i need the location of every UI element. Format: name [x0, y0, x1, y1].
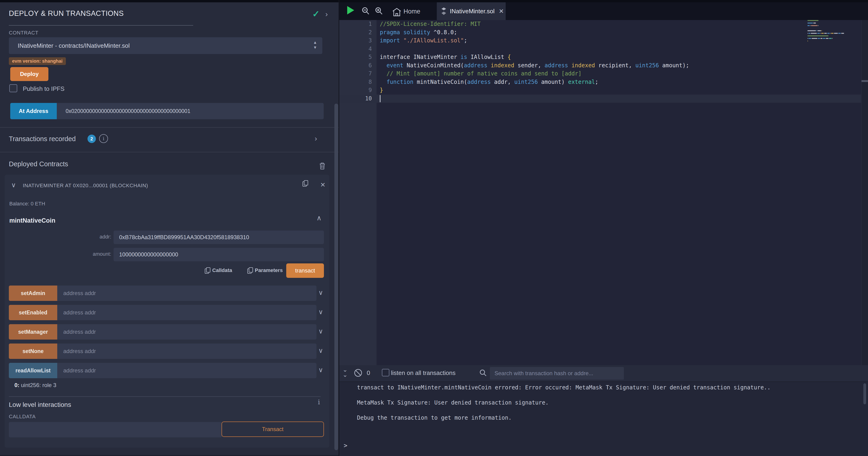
- terminal: ⌄⌄ 0 listen on all transactions transact…: [339, 365, 868, 456]
- setadmin-button[interactable]: setAdmin: [9, 286, 57, 301]
- contract-select[interactable]: INativeMinter - contracts/INativeMinter.…: [9, 37, 322, 54]
- readallowlist-input[interactable]: [57, 363, 316, 378]
- terminal-block-count: 0: [367, 369, 370, 377]
- home-tab-icon[interactable]: [392, 7, 402, 17]
- copy-icon: [205, 267, 210, 274]
- setnone-button[interactable]: setNone: [9, 343, 57, 359]
- copy-address-icon[interactable]: [303, 180, 308, 186]
- title-underline: [9, 25, 193, 26]
- expand-chevron-icon[interactable]: ∨: [318, 327, 323, 335]
- call-result-index: 0:: [14, 382, 19, 388]
- call-result: 0: uint256: role 3: [14, 382, 56, 389]
- instance-balance: Balance: 0 ETH: [9, 201, 45, 207]
- terminal-log-line: Debug the transaction to get more inform…: [357, 415, 512, 421]
- copy-icon: [247, 267, 252, 274]
- file-tab-inativeminter[interactable]: INativeMinter.sol ✕: [437, 2, 506, 20]
- editor-scrollbar-track[interactable]: [862, 20, 868, 365]
- top-strip: [0, 0, 868, 2]
- remix-ide-window: DEPLOY & RUN TRANSACTIONS ✓ › CONTRACT I…: [0, 0, 868, 456]
- current-line-highlight: [339, 94, 861, 103]
- tab-close-icon[interactable]: ✕: [499, 8, 504, 15]
- readallowlist-button[interactable]: readAllowList: [9, 363, 57, 378]
- divider: [9, 396, 321, 397]
- at-address-button[interactable]: At Address: [10, 103, 57, 119]
- function-row-setadmin: setAdmin ∨: [9, 286, 325, 301]
- zoom-in-icon[interactable]: [374, 6, 384, 16]
- publish-ipfs-label: Publish to IPFS: [23, 85, 64, 92]
- search-icon: [479, 369, 487, 377]
- copy-parameters-label: Parameters: [255, 267, 283, 274]
- terminal-prompt[interactable]: >: [344, 442, 347, 449]
- function-row-readallowlist: readAllowList ∨: [9, 363, 325, 378]
- transact-button[interactable]: transact: [286, 263, 324, 278]
- calldata-input[interactable]: [9, 422, 222, 437]
- copy-calldata-button[interactable]: Calldata: [205, 267, 232, 274]
- function-name-mintnativecoin: mintNativeCoin: [9, 217, 55, 224]
- copy-calldata-label: Calldata: [212, 267, 232, 274]
- copy-parameters-button[interactable]: Parameters: [247, 267, 283, 274]
- zoom-out-icon[interactable]: [361, 6, 370, 16]
- deployed-contracts-header: Deployed Contracts: [9, 160, 68, 168]
- code-editor[interactable]: 12345678910 //SPDX-License-Identifier: M…: [339, 20, 868, 365]
- amount-field-input[interactable]: [114, 248, 324, 261]
- editor-scrollbar-handle[interactable]: [862, 80, 868, 82]
- setnone-input[interactable]: [57, 343, 316, 359]
- instance-close-icon[interactable]: ✕: [320, 181, 326, 189]
- contract-select-value: INativeMinter - contracts/INativeMinter.…: [18, 42, 130, 49]
- at-address-input[interactable]: [57, 103, 324, 119]
- transactions-count-badge: 2: [88, 135, 96, 143]
- expand-chevron-icon[interactable]: ∨: [318, 366, 323, 374]
- trash-icon[interactable]: [319, 162, 326, 170]
- addr-field-label: addr:: [58, 234, 111, 240]
- listen-all-transactions-label: listen on all transactions: [391, 369, 456, 377]
- solidity-file-icon: [440, 6, 447, 16]
- instance-collapse-chevron-icon[interactable]: ∨: [11, 181, 16, 189]
- transactions-recorded-label: Transactions recorded: [9, 135, 75, 143]
- editor-minimap[interactable]: [807, 20, 854, 50]
- terminal-search-input[interactable]: [490, 367, 624, 380]
- terminal-scrollbar[interactable]: [863, 383, 866, 404]
- expand-chevron-icon[interactable]: ∨: [318, 347, 323, 354]
- home-tab[interactable]: Home: [404, 8, 420, 15]
- publish-ipfs-checkbox[interactable]: [9, 84, 17, 92]
- file-tab-label: INativeMinter.sol: [450, 8, 495, 15]
- select-arrows-icon: ▴▾: [314, 39, 316, 50]
- terminal-log-line: transact to INativeMinter.mintNativeCoin…: [357, 384, 771, 391]
- listen-all-transactions-checkbox[interactable]: [382, 369, 389, 376]
- expand-chevron-icon[interactable]: ∨: [318, 289, 323, 296]
- setadmin-input[interactable]: [57, 286, 316, 301]
- function-collapse-chevron-icon[interactable]: ∧: [316, 214, 321, 222]
- low-level-transact-button[interactable]: Transact: [221, 422, 324, 437]
- low-level-header: Low level interactions: [9, 401, 71, 408]
- expand-chevron-icon[interactable]: ∨: [318, 308, 323, 316]
- calldata-label: CALLDATA: [9, 414, 36, 420]
- function-row-setmanager: setManager ∨: [9, 324, 325, 340]
- block-icon[interactable]: [353, 368, 363, 378]
- setmanager-input[interactable]: [57, 324, 316, 340]
- panel-scrollbar[interactable]: [334, 104, 338, 450]
- instance-title: INATIVEMINTER AT 0X020...00001 (BLOCKCHA…: [23, 182, 148, 189]
- panel-bottom-strip: [0, 455, 339, 456]
- setmanager-button[interactable]: setManager: [9, 324, 57, 340]
- info-icon[interactable]: i: [318, 398, 320, 406]
- info-icon[interactable]: i: [99, 134, 108, 143]
- evm-version-badge: evm version: shanghai: [9, 57, 66, 65]
- panel-title: DEPLOY & RUN TRANSACTIONS: [9, 9, 124, 18]
- panel-chevron-right-icon[interactable]: ›: [325, 10, 328, 19]
- terminal-collapse-icon[interactable]: ⌄⌄: [343, 367, 348, 377]
- deploy-run-panel: DEPLOY & RUN TRANSACTIONS ✓ › CONTRACT I…: [0, 2, 339, 456]
- amount-field-label: amount:: [58, 251, 111, 257]
- compile-success-check-icon: ✓: [312, 9, 320, 19]
- transactions-chevron-right-icon[interactable]: ›: [315, 134, 317, 143]
- addr-field-input[interactable]: [114, 231, 324, 244]
- setenabled-input[interactable]: [57, 305, 316, 320]
- text-cursor: [380, 95, 380, 102]
- deploy-button[interactable]: Deploy: [10, 67, 49, 81]
- function-row-setnone: setNone ∨: [9, 343, 325, 359]
- run-script-play-icon[interactable]: [347, 6, 354, 15]
- terminal-log-line: MetaMask Tx Signature: User denied trans…: [357, 399, 549, 406]
- setenabled-button[interactable]: setEnabled: [9, 305, 57, 320]
- contract-label: CONTRACT: [9, 30, 38, 36]
- function-row-setenabled: setEnabled ∨: [9, 305, 325, 320]
- call-result-value: uint256: role 3: [19, 382, 56, 388]
